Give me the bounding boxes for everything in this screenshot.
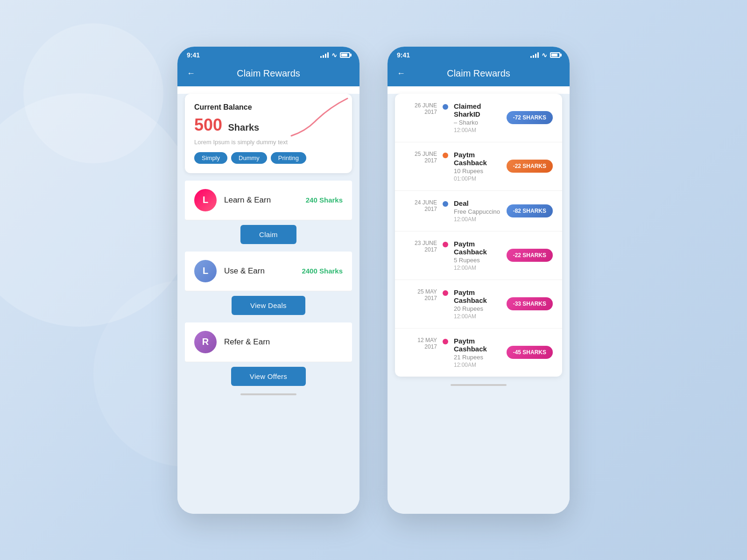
- bg-decoration-2: [23, 23, 163, 163]
- action-btn-view-deals[interactable]: View Deals: [232, 296, 305, 315]
- tx-subtitle-1: 10 Rupees: [454, 168, 501, 175]
- tx-date-year-5: 2017: [404, 343, 437, 350]
- tx-dot-4: [443, 290, 448, 296]
- signal-icon-2: [530, 52, 539, 58]
- tx-date-day-5: 12 MAY: [404, 337, 437, 343]
- tx-date-year-1: 2017: [404, 157, 437, 164]
- action-btn-row-0: Claim: [185, 225, 352, 244]
- tx-badge-3: -22 SHARKS: [507, 249, 553, 262]
- battery-icon-2: [550, 52, 560, 58]
- phones-container: 9:41 ∿ ← Claim Rewards Curr: [177, 47, 570, 514]
- phone2-content: 26 JUNE 2017 Claimed SharkID – Sharko 12…: [388, 94, 570, 514]
- status-icons-2: ∿: [530, 51, 560, 59]
- app-header-2: ← Claim Rewards: [388, 63, 570, 86]
- action-btn-row-1: View Deals: [185, 296, 352, 315]
- section-avatar-0: L: [194, 189, 217, 211]
- app-header-1: ← Claim Rewards: [177, 63, 359, 86]
- transaction-item-0: 26 JUNE 2017 Claimed SharkID – Sharko 12…: [395, 94, 562, 142]
- balance-tags: SimplyDummyPrinting: [194, 152, 343, 164]
- action-btn-claim[interactable]: Claim: [240, 225, 296, 244]
- tx-subtitle-2: Free Cappuccino: [454, 208, 501, 215]
- app-title-2: Claim Rewards: [413, 68, 544, 79]
- tx-dot-3: [443, 242, 448, 247]
- tx-info-2: Deal Free Cappuccino 12:00AM: [454, 199, 501, 223]
- sections-container: L Learn & Earn 240 Sharks Claim L Use & …: [177, 181, 359, 386]
- tx-date-year-0: 2017: [404, 109, 437, 115]
- time-1: 9:41: [187, 51, 200, 59]
- tx-dot-1: [443, 153, 448, 158]
- balance-card: Current Balance 500 Sharks Lorem Ipsum i…: [185, 94, 352, 173]
- status-bar-1: 9:41 ∿: [177, 47, 359, 63]
- balance-amount: 500: [194, 115, 222, 134]
- tx-dot-5: [443, 339, 448, 344]
- tx-date-day-1: 25 JUNE: [404, 151, 437, 157]
- tx-badge-1: -22 SHARKS: [507, 160, 553, 173]
- tx-date-day-4: 25 MAY: [404, 288, 437, 295]
- tx-time-3: 12:00AM: [454, 265, 501, 271]
- tx-date-day-2: 24 JUNE: [404, 199, 437, 206]
- divider-0: [185, 220, 352, 220]
- back-arrow-1[interactable]: ←: [187, 69, 195, 78]
- tx-title-0: Claimed SharkID: [454, 102, 501, 118]
- tx-time-1: 01:00PM: [454, 175, 501, 182]
- tx-date-3: 23 JUNE 2017: [404, 240, 437, 253]
- tx-badge-5: -45 SHARKS: [507, 346, 553, 359]
- tx-badge-4: -33 SHARKS: [507, 297, 553, 310]
- tx-date-2: 24 JUNE 2017: [404, 199, 437, 212]
- tx-date-4: 25 MAY 2017: [404, 288, 437, 301]
- tx-title-1: Paytm Cashback: [454, 151, 501, 167]
- tx-dot-0: [443, 104, 448, 110]
- section-value-0: 240 Sharks: [306, 196, 343, 204]
- section-label-2: Refer & Earn: [224, 337, 343, 347]
- transaction-card: 26 JUNE 2017 Claimed SharkID – Sharko 12…: [395, 94, 562, 377]
- tx-date-day-3: 23 JUNE: [404, 240, 437, 246]
- tx-subtitle-3: 5 Rupees: [454, 257, 501, 264]
- tx-time-2: 12:00AM: [454, 216, 501, 223]
- back-arrow-2[interactable]: ←: [397, 69, 405, 78]
- section-item-0: L Learn & Earn 240 Sharks: [185, 181, 352, 220]
- transaction-item-5: 12 MAY 2017 Paytm Cashback 21 Rupees 12:…: [395, 329, 562, 377]
- tx-dot-2: [443, 201, 448, 207]
- status-icons-1: ∿: [320, 51, 350, 59]
- home-indicator-2: [451, 384, 507, 386]
- tx-time-4: 12:00AM: [454, 313, 501, 320]
- phone1-content: Current Balance 500 Sharks Lorem Ipsum i…: [177, 94, 359, 514]
- tx-info-1: Paytm Cashback 10 Rupees 01:00PM: [454, 151, 501, 182]
- section-item-2: R Refer & Earn: [185, 322, 352, 362]
- tag-simply[interactable]: Simply: [194, 152, 227, 164]
- tx-subtitle-5: 21 Rupees: [454, 354, 501, 361]
- action-btn-view-offers[interactable]: View Offers: [231, 367, 306, 386]
- tx-title-3: Paytm Cashback: [454, 240, 501, 256]
- tag-dummy[interactable]: Dummy: [231, 152, 267, 164]
- section-avatar-2: R: [194, 331, 217, 353]
- section-value-1: 2400 Sharks: [302, 267, 343, 275]
- tx-date-year-2: 2017: [404, 206, 437, 212]
- tx-title-4: Paytm Cashback: [454, 288, 501, 304]
- home-indicator-1: [240, 393, 296, 395]
- tx-date-year-4: 2017: [404, 295, 437, 301]
- phone-1: 9:41 ∿ ← Claim Rewards Curr: [177, 47, 359, 514]
- tx-title-5: Paytm Cashback: [454, 337, 501, 353]
- phone-2: 9:41 ∿ ← Claim Rewards 26 JUNE 2017: [388, 47, 570, 514]
- tx-badge-0: -72 SHARKS: [507, 111, 553, 124]
- tx-date-1: 25 JUNE 2017: [404, 151, 437, 164]
- section-label-1: Use & Earn: [224, 266, 294, 276]
- chart-decoration: [287, 94, 352, 140]
- tag-printing[interactable]: Printing: [271, 152, 306, 164]
- signal-icon-1: [320, 52, 329, 58]
- divider-1: [185, 291, 352, 291]
- balance-unit: Sharks: [228, 122, 260, 133]
- app-title-1: Claim Rewards: [203, 68, 334, 79]
- tx-title-2: Deal: [454, 199, 501, 207]
- tx-badge-2: -82 SHARKS: [507, 204, 553, 217]
- transaction-item-4: 25 MAY 2017 Paytm Cashback 20 Rupees 12:…: [395, 280, 562, 329]
- transaction-item-2: 24 JUNE 2017 Deal Free Cappuccino 12:00A…: [395, 191, 562, 231]
- tx-info-5: Paytm Cashback 21 Rupees 12:00AM: [454, 337, 501, 368]
- transaction-item-3: 23 JUNE 2017 Paytm Cashback 5 Rupees 12:…: [395, 231, 562, 280]
- wifi-icon-2: ∿: [542, 51, 547, 59]
- wifi-icon-1: ∿: [331, 51, 337, 59]
- tx-info-3: Paytm Cashback 5 Rupees 12:00AM: [454, 240, 501, 271]
- transaction-item-1: 25 JUNE 2017 Paytm Cashback 10 Rupees 01…: [395, 142, 562, 191]
- tx-info-4: Paytm Cashback 20 Rupees 12:00AM: [454, 288, 501, 320]
- tx-subtitle-4: 20 Rupees: [454, 305, 501, 312]
